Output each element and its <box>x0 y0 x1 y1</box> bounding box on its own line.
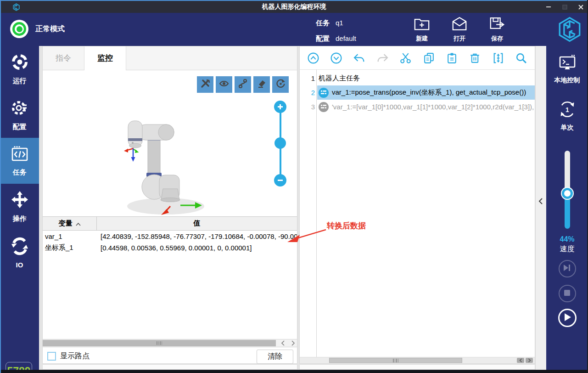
code-text: 'var_1:=[var_1[0]*1000,var_1[1]*1000,var… <box>332 103 534 111</box>
open-task-button[interactable]: 打开 <box>447 16 472 43</box>
window-border-left <box>0 0 1 373</box>
sidebar-item-io[interactable]: IO <box>0 230 39 276</box>
speed-label: 速度 <box>546 244 588 254</box>
scroll-right-button[interactable] <box>290 340 296 346</box>
open-file-icon <box>451 16 468 33</box>
new-task-label: 新建 <box>416 34 428 43</box>
copy-button[interactable] <box>422 51 436 65</box>
show-waypoints-checkbox[interactable] <box>47 352 56 361</box>
code-line[interactable]: 3 'var_1:=[var_1[0]*1000,var_1[1]*1000,v… <box>300 100 535 114</box>
mode-label: 正常模式 <box>35 24 65 34</box>
viewer-tools-button[interactable] <box>197 76 213 93</box>
collapse-chevron-icon[interactable] <box>538 198 543 207</box>
zoom-in-button[interactable] <box>274 101 286 113</box>
cut-button[interactable] <box>399 51 413 65</box>
sidebar-item-operate[interactable]: 操作 <box>0 184 39 230</box>
code-area: 1 机器人主任务 2 var_1:=pose_trans(pose_inv(坐标… <box>300 69 535 357</box>
monitor-panel: 指令 监控 <box>42 46 297 364</box>
tab-command[interactable]: 指令 <box>43 46 84 70</box>
sort-asc-icon <box>76 220 81 227</box>
zoom-slider <box>274 101 286 186</box>
lower-panel-strip <box>299 364 535 370</box>
column-header-variable[interactable]: 变量 <box>43 217 97 230</box>
save-icon <box>489 16 505 33</box>
code-toolbar <box>300 46 535 70</box>
play-button[interactable] <box>558 309 577 327</box>
scrollbar-thumb[interactable] <box>329 358 462 363</box>
scroll-right-button[interactable] <box>526 358 533 363</box>
sidebar-item-label: 操作 <box>13 215 27 223</box>
task-config-info: 任务 q1 配置 default <box>316 17 356 48</box>
tab-bar: 指令 监控 <box>43 46 297 70</box>
move-up-button[interactable] <box>306 51 320 65</box>
scrollbar-thumb[interactable] <box>43 340 276 346</box>
robot-mode-status: 正常模式 <box>10 20 65 38</box>
panel-collapse-strip <box>535 46 546 370</box>
code-text: var_1:=pose_trans(pose_inv(坐标系_1), get_a… <box>332 88 526 97</box>
move-down-button[interactable] <box>330 51 343 65</box>
scroll-left-button[interactable] <box>280 340 286 346</box>
tab-monitor[interactable]: 监控 <box>84 46 126 70</box>
titlebar: 机器人图形化编程环境 <box>0 0 588 13</box>
status-green-icon <box>10 20 28 38</box>
speed-slider[interactable] <box>565 151 570 229</box>
zoom-out-button[interactable] <box>274 174 286 186</box>
horizontal-scrollbar[interactable] <box>43 339 297 347</box>
speed-slider-knob[interactable] <box>562 188 573 199</box>
variable-name: var_1 <box>43 232 97 240</box>
new-folder-icon <box>414 16 430 33</box>
step-button[interactable] <box>559 260 576 277</box>
delete-button[interactable] <box>468 51 482 65</box>
paste-button[interactable] <box>445 51 459 65</box>
sidebar-item-run[interactable]: 运行 <box>0 46 39 92</box>
speed-percent: 44% <box>546 235 588 243</box>
tab-command-label: 指令 <box>56 53 71 63</box>
local-control-button[interactable]: 本地控制 <box>546 54 588 85</box>
move-arrows-icon <box>11 191 29 210</box>
sidebar-item-config[interactable]: 配置 <box>0 92 39 138</box>
header-actions: 新建 打开 保存 <box>409 16 510 43</box>
maximize-button[interactable] <box>561 3 568 11</box>
code-line-selected[interactable]: 2 var_1:=pose_trans(pose_inv(坐标系_1), get… <box>300 85 535 100</box>
zoom-slider-knob[interactable] <box>274 137 286 149</box>
code-window-icon <box>11 145 29 164</box>
redo-button[interactable] <box>375 51 389 65</box>
table-row: var_1 [42.40839, -152.85948, -76.77307, … <box>43 231 297 242</box>
robot-3d-viewer[interactable] <box>43 70 297 216</box>
variable-value: [42.40839, -152.85948, -76.77307, -179.1… <box>97 232 297 240</box>
scroll-left-button[interactable] <box>517 358 524 363</box>
play-icon <box>563 313 571 323</box>
minimize-button[interactable] <box>545 3 552 11</box>
variables-table: 变量 值 var_1 [42.40839, -152.85948, -76.77… <box>43 216 297 254</box>
swap-lines-button[interactable] <box>491 51 505 65</box>
task-code-panel: 1 机器人主任务 2 var_1:=pose_trans(pose_inv(坐标… <box>299 46 535 364</box>
show-waypoints-label: 显示路点 <box>60 351 90 361</box>
viewer-visibility-button[interactable] <box>216 76 232 93</box>
gear-icon <box>11 99 29 119</box>
io-cycle-icon <box>11 237 29 257</box>
viewer-rotate-button[interactable] <box>272 76 289 93</box>
code-text: 机器人主任务 <box>319 74 360 83</box>
undo-button[interactable] <box>353 51 366 65</box>
tools-icon <box>200 79 210 90</box>
save-task-button[interactable]: 保存 <box>485 16 510 43</box>
clear-button[interactable]: 清除 <box>257 350 293 364</box>
code-line[interactable]: 1 机器人主任务 <box>300 71 535 85</box>
close-button[interactable] <box>577 3 584 11</box>
code-horizontal-scrollbar[interactable] <box>300 357 535 363</box>
left-sidebar: 运行 配置 任务 操作 IO 5789 <box>0 46 39 370</box>
path-icon <box>238 79 248 90</box>
window-bottom-edge <box>0 370 588 373</box>
single-run-button[interactable]: 1 单次 <box>546 100 588 132</box>
header-bar: 正常模式 任务 q1 配置 default 新建 <box>0 13 588 46</box>
search-button[interactable] <box>515 51 528 65</box>
viewer-eraser-button[interactable] <box>253 76 270 93</box>
viewer-path-button[interactable] <box>235 76 251 93</box>
sidebar-item-label: 任务 <box>13 168 27 177</box>
new-task-button[interactable]: 新建 <box>409 16 434 43</box>
window-title: 机器人图形化编程环境 <box>0 1 588 12</box>
stop-button[interactable] <box>559 285 576 302</box>
task-label: 任务 <box>316 17 330 29</box>
sidebar-item-task[interactable]: 任务 <box>0 138 39 184</box>
sidebar-item-label: 配置 <box>13 123 27 131</box>
